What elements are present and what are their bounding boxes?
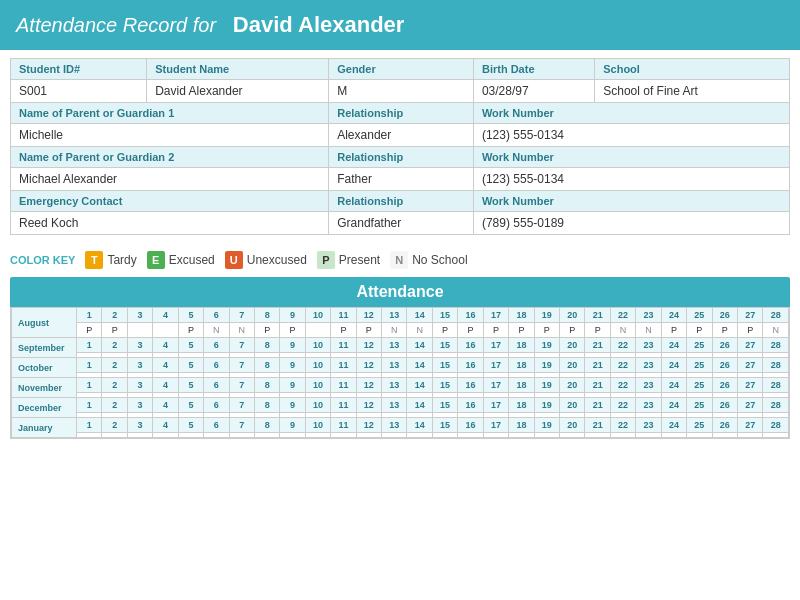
day-num-january-2: 2 xyxy=(102,418,127,433)
day-num-november-22: 22 xyxy=(610,378,635,393)
day-code-january-25 xyxy=(687,433,712,438)
day-num-september-4: 4 xyxy=(153,338,178,353)
day-num-december-1: 1 xyxy=(77,398,102,413)
excused-badge: E xyxy=(147,251,165,269)
day-code-august-22: N xyxy=(610,323,635,338)
day-num-october-4: 4 xyxy=(153,358,178,373)
day-num-january-13: 13 xyxy=(382,418,407,433)
info-section: Student ID# Student Name Gender Birth Da… xyxy=(0,50,800,243)
day-code-august-10: E xyxy=(305,323,330,338)
day-num-august-20: 20 xyxy=(560,308,585,323)
day-num-november-5: 5 xyxy=(178,378,203,393)
excused-label: Excused xyxy=(169,253,215,267)
day-num-november-18: 18 xyxy=(509,378,534,393)
day-num-january-26: 26 xyxy=(712,418,737,433)
day-code-august-15: P xyxy=(432,323,457,338)
day-num-october-9: 9 xyxy=(280,358,305,373)
day-num-january-27: 27 xyxy=(737,418,762,433)
day-num-january-15: 15 xyxy=(432,418,457,433)
day-num-december-21: 21 xyxy=(585,398,610,413)
day-num-december-3: 3 xyxy=(127,398,152,413)
day-num-august-8: 8 xyxy=(254,308,279,323)
day-code-august-3: T xyxy=(127,323,152,338)
day-code-august-26: P xyxy=(712,323,737,338)
day-num-january-6: 6 xyxy=(204,418,229,433)
color-key-label: COLOR KEY xyxy=(10,254,75,266)
day-code-january-10 xyxy=(305,433,330,438)
day-num-december-15: 15 xyxy=(432,398,457,413)
day-code-august-2: P xyxy=(102,323,127,338)
day-num-august-2: 2 xyxy=(102,308,127,323)
day-num-august-14: 14 xyxy=(407,308,432,323)
day-num-october-13: 13 xyxy=(382,358,407,373)
parent2-work-label: Work Number xyxy=(473,147,789,168)
day-num-september-16: 16 xyxy=(458,338,483,353)
day-code-january-16 xyxy=(458,433,483,438)
day-num-november-19: 19 xyxy=(534,378,559,393)
day-code-january-22 xyxy=(610,433,635,438)
day-num-october-12: 12 xyxy=(356,358,381,373)
day-num-october-20: 20 xyxy=(560,358,585,373)
day-num-october-5: 5 xyxy=(178,358,203,373)
day-num-september-13: 13 xyxy=(382,338,407,353)
day-num-august-26: 26 xyxy=(712,308,737,323)
day-code-august-11: P xyxy=(331,323,356,338)
day-num-november-26: 26 xyxy=(712,378,737,393)
student-info-table: Student ID# Student Name Gender Birth Da… xyxy=(10,58,790,235)
day-num-december-9: 9 xyxy=(280,398,305,413)
day-num-november-11: 11 xyxy=(331,378,356,393)
student-birth-date: 03/28/97 xyxy=(473,80,594,103)
col-gender: Gender xyxy=(329,59,474,80)
day-num-january-14: 14 xyxy=(407,418,432,433)
day-num-november-17: 17 xyxy=(483,378,508,393)
day-num-october-3: 3 xyxy=(127,358,152,373)
day-num-january-21: 21 xyxy=(585,418,610,433)
day-num-november-15: 15 xyxy=(432,378,457,393)
day-num-november-2: 2 xyxy=(102,378,127,393)
day-code-january-21 xyxy=(585,433,610,438)
day-num-september-15: 15 xyxy=(432,338,457,353)
day-num-november-21: 21 xyxy=(585,378,610,393)
day-num-october-21: 21 xyxy=(585,358,610,373)
day-num-january-1: 1 xyxy=(77,418,102,433)
day-num-september-11: 11 xyxy=(331,338,356,353)
day-num-november-28: 28 xyxy=(763,378,789,393)
day-num-november-8: 8 xyxy=(254,378,279,393)
day-num-november-24: 24 xyxy=(661,378,686,393)
parent2-relationship-label: Relationship xyxy=(329,147,474,168)
month-label-december: December xyxy=(12,398,77,418)
day-num-december-16: 16 xyxy=(458,398,483,413)
day-num-september-18: 18 xyxy=(509,338,534,353)
day-code-january-4 xyxy=(153,433,178,438)
day-code-january-14 xyxy=(407,433,432,438)
parent2-relationship: Father xyxy=(329,168,474,191)
col-birth-date: Birth Date xyxy=(473,59,594,80)
day-code-august-5: P xyxy=(178,323,203,338)
day-num-january-5: 5 xyxy=(178,418,203,433)
day-num-january-24: 24 xyxy=(661,418,686,433)
day-num-october-6: 6 xyxy=(204,358,229,373)
parent1-work-label: Work Number xyxy=(473,103,789,124)
present-label: Present xyxy=(339,253,380,267)
day-num-december-8: 8 xyxy=(254,398,279,413)
day-code-january-6 xyxy=(204,433,229,438)
day-num-november-14: 14 xyxy=(407,378,432,393)
day-code-august-18: P xyxy=(509,323,534,338)
day-code-august-12: P xyxy=(356,323,381,338)
parent1-relationship: Alexander xyxy=(329,124,474,147)
col-school: School xyxy=(595,59,790,80)
day-code-january-23 xyxy=(636,433,661,438)
day-code-january-5 xyxy=(178,433,203,438)
day-code-august-28: N xyxy=(763,323,789,338)
day-num-september-8: 8 xyxy=(254,338,279,353)
parent2-name: Michael Alexander xyxy=(11,168,329,191)
day-num-september-21: 21 xyxy=(585,338,610,353)
day-num-december-4: 4 xyxy=(153,398,178,413)
day-num-september-2: 2 xyxy=(102,338,127,353)
day-num-august-5: 5 xyxy=(178,308,203,323)
day-num-january-19: 19 xyxy=(534,418,559,433)
day-num-september-19: 19 xyxy=(534,338,559,353)
num-row-november: November12345678910111213141516171819202… xyxy=(12,378,789,393)
day-num-december-2: 2 xyxy=(102,398,127,413)
day-num-september-10: 10 xyxy=(305,338,330,353)
